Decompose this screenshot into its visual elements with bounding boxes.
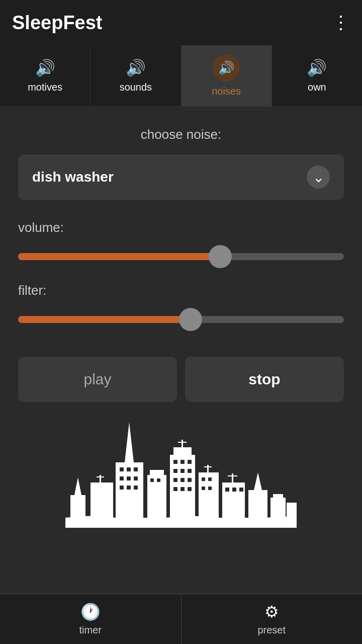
noise-dropdown[interactable]: dish washer ⌄	[18, 154, 344, 200]
svg-rect-25	[173, 460, 177, 464]
svg-rect-30	[188, 469, 192, 473]
svg-rect-15	[127, 486, 131, 490]
motives-icon: 🔊	[35, 58, 55, 77]
cityscape-illustration	[18, 417, 344, 528]
tab-sounds-label: sounds	[120, 82, 152, 93]
svg-rect-52	[270, 498, 286, 518]
svg-rect-50	[248, 490, 267, 518]
svg-rect-42	[202, 487, 205, 490]
own-icon: 🔊	[307, 58, 327, 77]
stop-button[interactable]: stop	[185, 357, 344, 402]
menu-icon[interactable]: ⋮	[332, 14, 350, 32]
svg-rect-4	[100, 475, 101, 482]
svg-marker-2	[74, 477, 81, 495]
svg-rect-1	[70, 495, 85, 518]
svg-rect-14	[120, 486, 124, 490]
svg-rect-22	[173, 447, 192, 455]
nav-preset[interactable]: ⚙ preset	[182, 594, 363, 644]
svg-rect-34	[173, 487, 177, 491]
noises-icon: 🔊	[213, 54, 240, 82]
svg-rect-16	[134, 486, 138, 490]
svg-marker-51	[254, 472, 262, 490]
svg-rect-9	[127, 467, 131, 471]
tabs-bar: 🔊 motives 🔊 sounds 🔊 noises 🔊 own	[0, 45, 362, 107]
volume-label: volume:	[18, 220, 344, 235]
filter-track	[18, 316, 344, 323]
tab-sounds[interactable]: 🔊 sounds	[90, 45, 181, 106]
volume-thumb[interactable]	[209, 245, 232, 268]
svg-rect-11	[120, 476, 124, 480]
svg-rect-33	[188, 478, 192, 482]
svg-rect-35	[180, 487, 185, 491]
noise-dropdown-value: dish washer	[32, 169, 114, 185]
volume-fill	[18, 253, 220, 260]
action-buttons: play stop	[18, 357, 344, 402]
svg-rect-49	[239, 488, 243, 492]
volume-slider[interactable]	[18, 245, 344, 269]
svg-rect-32	[180, 478, 185, 482]
sounds-icon: 🔊	[126, 58, 146, 77]
timer-icon: 🕐	[80, 602, 101, 621]
svg-rect-12	[127, 476, 131, 480]
svg-rect-40	[202, 477, 205, 481]
svg-rect-23	[182, 440, 183, 447]
main-content: choose noise: dish washer ⌄ volume: filt…	[0, 107, 362, 528]
svg-rect-26	[180, 460, 185, 464]
nav-timer[interactable]: 🕐 timer	[0, 594, 182, 644]
svg-rect-54	[287, 503, 297, 518]
tab-motives[interactable]: 🔊 motives	[0, 45, 90, 106]
tab-own[interactable]: 🔊 own	[272, 45, 362, 106]
svg-rect-18	[150, 470, 164, 475]
svg-rect-29	[180, 469, 185, 473]
svg-rect-5	[97, 476, 104, 477]
svg-rect-31	[173, 478, 177, 482]
play-button[interactable]: play	[18, 357, 177, 402]
choose-noise-label: choose noise:	[18, 127, 344, 142]
svg-rect-20	[157, 478, 160, 482]
svg-rect-41	[208, 477, 212, 481]
svg-rect-19	[150, 478, 154, 482]
filter-thumb[interactable]	[179, 308, 202, 331]
tab-own-label: own	[308, 82, 326, 93]
svg-rect-36	[188, 487, 192, 491]
svg-rect-3	[90, 482, 113, 518]
volume-track	[18, 253, 344, 260]
tab-noises[interactable]: 🔊 noises	[182, 45, 272, 106]
svg-rect-24	[178, 442, 187, 443]
volume-section: volume:	[18, 220, 344, 269]
chevron-down-icon: ⌄	[307, 166, 330, 189]
svg-rect-27	[188, 460, 192, 464]
nav-timer-label: timer	[79, 624, 102, 636]
app-title: SleepFest	[12, 12, 103, 34]
filter-fill	[18, 316, 191, 323]
svg-rect-38	[207, 465, 209, 472]
gear-icon: ⚙	[264, 602, 279, 621]
svg-rect-48	[232, 488, 236, 492]
cityscape-svg	[65, 417, 297, 528]
svg-rect-8	[120, 467, 124, 471]
bottom-navigation: 🕐 timer ⚙ preset	[0, 594, 362, 644]
tab-noises-label: noises	[212, 86, 241, 97]
svg-rect-21	[170, 455, 195, 518]
filter-section: filter:	[18, 283, 344, 332]
svg-rect-45	[232, 473, 233, 482]
app-header: SleepFest ⋮	[0, 0, 362, 45]
tab-motives-label: motives	[28, 82, 62, 93]
svg-rect-13	[134, 476, 138, 480]
svg-rect-47	[225, 488, 229, 492]
svg-rect-46	[228, 475, 237, 476]
svg-marker-7	[125, 422, 134, 462]
svg-rect-43	[208, 487, 212, 490]
nav-preset-label: preset	[257, 624, 286, 636]
filter-slider[interactable]	[18, 307, 344, 332]
filter-label: filter:	[18, 283, 344, 298]
svg-rect-39	[204, 466, 212, 467]
svg-rect-28	[173, 469, 177, 473]
svg-rect-10	[134, 467, 138, 471]
svg-rect-53	[273, 494, 283, 498]
